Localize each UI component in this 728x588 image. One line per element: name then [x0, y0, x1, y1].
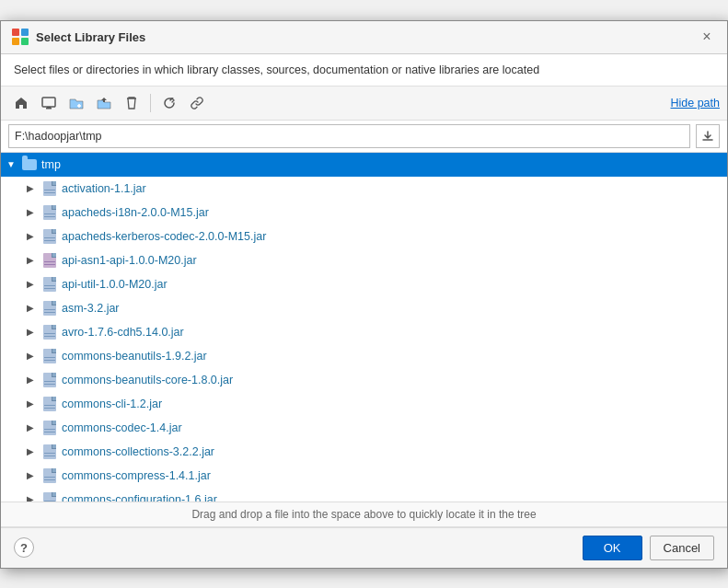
item-label: asm-3.2.jar	[62, 302, 120, 315]
file-icon-9	[41, 372, 58, 388]
svg-rect-3	[21, 38, 29, 45]
toolbar: Hide path	[1, 86, 727, 121]
list-item[interactable]: ▶ commons-beanutils-core-1.8.0.jar	[1, 368, 727, 392]
select-library-dialog: Select Library Files × Select files or d…	[0, 20, 728, 569]
item-label: commons-beanutils-1.9.2.jar	[62, 350, 207, 363]
list-item[interactable]: ▶ asm-3.2.jar	[1, 296, 727, 320]
list-item[interactable]: ▶ api-util-1.0.0-M20.jar	[1, 272, 727, 296]
close-button[interactable]: ×	[698, 28, 716, 46]
expand-arrow: ▶	[27, 279, 41, 289]
item-label: apacheds-kerberos-codec-2.0.0-M15.jar	[62, 230, 266, 243]
expand-arrow: ▶	[27, 327, 41, 337]
home-button[interactable]	[8, 90, 34, 116]
tree-root-item[interactable]: ▼ tmp	[1, 153, 727, 177]
list-item[interactable]: ▶ avro-1.7.6-cdh5.14.0.jar	[1, 320, 727, 344]
file-icon-10	[41, 396, 58, 412]
item-label: commons-cli-1.2.jar	[62, 398, 162, 410]
new-folder-button[interactable]	[64, 90, 89, 116]
desktop-button[interactable]	[36, 90, 62, 116]
expand-arrow: ▶	[27, 494, 41, 502]
drag-hint-text: Drag and drop a file into the space abov…	[1, 502, 727, 527]
toolbar-divider-1	[150, 94, 151, 112]
list-item[interactable]: ▶ commons-beanutils-1.9.2.jar	[1, 344, 727, 368]
expand-arrow: ▶	[27, 303, 41, 313]
item-label: commons-configuration-1.6.jar	[62, 493, 217, 502]
list-item[interactable]: ▶ commons-codec-1.4.jar	[1, 416, 727, 440]
action-buttons: OK Cancel	[583, 536, 714, 560]
svg-rect-5	[46, 108, 52, 110]
folder-icon-root	[21, 156, 38, 173]
expand-arrow: ▶	[27, 398, 41, 409]
svg-rect-0	[12, 29, 19, 36]
file-icon-8	[41, 348, 58, 364]
svg-rect-1	[21, 29, 29, 36]
svg-rect-4	[42, 98, 55, 107]
item-label: commons-collections-3.2.2.jar	[62, 445, 214, 458]
item-label: activation-1.1.jar	[62, 182, 146, 195]
bottom-bar: ? OK Cancel	[1, 527, 727, 568]
svg-rect-2	[12, 38, 19, 45]
expand-arrow: ▶	[27, 255, 41, 265]
link-button[interactable]	[184, 90, 210, 116]
file-icon-12	[41, 444, 58, 460]
file-icon-4	[41, 252, 58, 269]
file-icon-5	[41, 276, 58, 293]
list-item[interactable]: ▶ commons-compress-1.4.1.jar	[1, 464, 727, 488]
item-label: commons-codec-1.4.jar	[62, 421, 182, 434]
list-item[interactable]: ▶ api-asn1-api-1.0.0-M20.jar	[1, 248, 727, 272]
expand-arrow: ▶	[27, 351, 41, 361]
app-icon	[12, 29, 29, 45]
list-item[interactable]: ▶ commons-collections-3.2.2.jar	[1, 440, 727, 464]
expand-arrow: ▶	[27, 183, 41, 193]
item-label: avro-1.7.6-cdh5.14.0.jar	[62, 326, 184, 339]
item-label: commons-compress-1.4.1.jar	[62, 469, 211, 482]
cancel-button[interactable]: Cancel	[650, 536, 714, 560]
root-label: tmp	[41, 158, 61, 171]
expand-arrow: ▶	[27, 375, 41, 385]
list-item[interactable]: ▶ apacheds-kerberos-codec-2.0.0-M15.jar	[1, 225, 727, 248]
dialog-title: Select Library Files	[36, 30, 145, 44]
file-icon-1	[41, 180, 58, 197]
expand-arrow: ▶	[27, 207, 41, 217]
title-bar-left: Select Library Files	[12, 29, 145, 45]
item-label: api-util-1.0.0-M20.jar	[62, 278, 168, 291]
ok-button[interactable]: OK	[583, 536, 642, 560]
hide-path-button[interactable]: Hide path	[670, 97, 720, 110]
item-label: apacheds-i18n-2.0.0-M15.jar	[62, 206, 209, 219]
expand-arrow: ▶	[27, 446, 41, 456]
list-item[interactable]: ▶ commons-cli-1.2.jar	[1, 392, 727, 416]
title-bar: Select Library Files ×	[1, 21, 727, 54]
item-label: commons-beanutils-core-1.8.0.jar	[62, 374, 233, 386]
file-icon-11	[41, 420, 58, 436]
file-tree[interactable]: ▼ tmp ▶ activation-1.1.jar ▶ apacheds-i1…	[1, 153, 727, 502]
list-item[interactable]: ▶ apacheds-i18n-2.0.0-M15.jar	[1, 201, 727, 225]
expand-arrow-root: ▼	[6, 159, 21, 169]
expand-arrow: ▶	[27, 470, 41, 480]
list-item[interactable]: ▶ commons-configuration-1.6.jar	[1, 488, 727, 502]
expand-arrow: ▶	[27, 422, 41, 432]
svg-rect-6	[47, 107, 51, 108]
file-icon-2	[41, 204, 58, 221]
file-icon-7	[41, 324, 58, 340]
help-button[interactable]: ?	[14, 537, 34, 558]
download-button[interactable]	[696, 124, 720, 148]
path-input[interactable]	[8, 124, 690, 148]
item-label: api-asn1-api-1.0.0-M20.jar	[62, 254, 197, 267]
up-button[interactable]	[91, 90, 117, 116]
path-bar	[1, 121, 727, 153]
expand-arrow: ▶	[27, 231, 41, 241]
file-icon-6	[41, 300, 58, 317]
delete-button[interactable]	[119, 90, 144, 116]
file-icon-13	[41, 467, 58, 484]
file-icon-3	[41, 228, 58, 245]
description-text: Select files or directories in which lib…	[1, 54, 727, 86]
refresh-button[interactable]	[156, 90, 182, 116]
list-item[interactable]: ▶ activation-1.1.jar	[1, 177, 727, 201]
file-icon-14	[41, 491, 58, 502]
